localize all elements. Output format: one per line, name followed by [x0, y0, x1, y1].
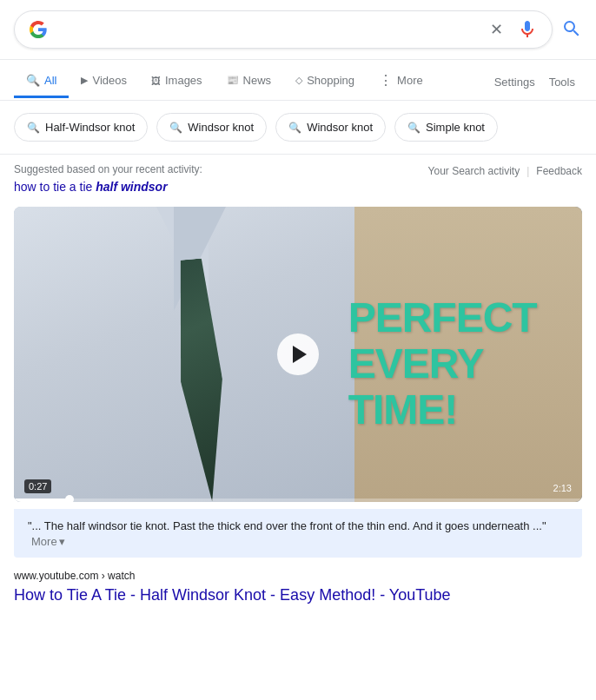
chip-label-1: Windsor knot: [188, 121, 254, 134]
tab-videos[interactable]: ▶ Videos: [69, 65, 139, 98]
tab-images[interactable]: 🖼 Images: [139, 65, 215, 98]
search-input-wrapper[interactable]: how to tie a tie ✕: [14, 10, 553, 49]
clear-search-button[interactable]: ✕: [485, 18, 508, 41]
suggestion-left: Suggested based on your recent activity:…: [14, 163, 428, 195]
chip-search-icon-0: 🔍: [27, 122, 40, 134]
chip-label-0: Half-Windsor knot: [45, 121, 135, 134]
tab-all-label: All: [44, 74, 56, 87]
search-input[interactable]: how to tie a tie: [56, 22, 476, 37]
video-container[interactable]: PERFECTEVERYTIME! 0:27 2:13: [14, 207, 582, 502]
your-search-activity-link[interactable]: Your Search activity: [428, 165, 520, 177]
tab-news-label: News: [243, 74, 272, 87]
play-triangle-icon: [293, 346, 307, 363]
video-progress-thumb: [65, 495, 74, 502]
chip-search-icon-1: 🔍: [169, 122, 182, 134]
suggestion-link-bold: half windsor: [96, 180, 167, 194]
more-icon: ⋮: [379, 72, 393, 89]
chip-windsor-1[interactable]: 🔍 Windsor knot: [156, 113, 267, 142]
tab-images-label: Images: [165, 74, 202, 87]
video-duration: 2:13: [553, 483, 572, 493]
suggestion-banner: Suggested based on your recent activity:…: [0, 155, 596, 200]
tab-more[interactable]: ⋮ More: [367, 63, 435, 100]
tab-videos-label: Videos: [92, 74, 127, 87]
google-logo-icon: [29, 20, 48, 39]
search-icon: [561, 18, 582, 39]
chip-search-icon-3: 🔍: [407, 122, 421, 134]
feedback-link[interactable]: Feedback: [536, 165, 582, 177]
shopping-icon: ◇: [295, 75, 302, 86]
tab-news[interactable]: 📰 News: [215, 65, 284, 98]
videos-icon: ▶: [81, 75, 88, 86]
chip-label-2: Windsor knot: [307, 121, 373, 134]
chip-simple-knot[interactable]: 🔍 Simple knot: [394, 113, 498, 142]
chips-container: 🔍 Half-Windsor knot 🔍 Windsor knot 🔍 Win…: [0, 101, 596, 155]
video-progress-fill: [14, 499, 70, 502]
suggestion-divider: |: [526, 165, 529, 177]
play-button[interactable]: [277, 333, 319, 375]
nav-tabs: 🔍 All ▶ Videos 🖼 Images 📰 News ◇ Shoppin…: [0, 60, 596, 101]
suggestion-link[interactable]: how to tie a tie half windsor: [14, 180, 168, 194]
search-submit-button[interactable]: [561, 18, 582, 42]
tab-shopping-label: Shopping: [307, 74, 354, 87]
tab-more-label: More: [397, 74, 423, 87]
perfect-text: PERFECTEVERYTIME!: [348, 295, 537, 433]
tab-shopping[interactable]: ◇ Shopping: [283, 65, 367, 98]
chip-label-3: Simple knot: [426, 121, 485, 134]
images-icon: 🖼: [151, 76, 161, 86]
chevron-down-icon: ▾: [59, 535, 65, 548]
video-time-badge: 0:27: [24, 479, 51, 493]
chip-windsor-2[interactable]: 🔍 Windsor knot: [275, 113, 386, 142]
suggestion-label: Suggested based on your recent activity:: [14, 163, 428, 175]
news-icon: 📰: [227, 75, 239, 86]
tab-all[interactable]: 🔍 All: [14, 65, 69, 98]
chip-half-windsor[interactable]: 🔍 Half-Windsor knot: [14, 113, 148, 142]
video-caption: "... The half windsor tie knot. Past the…: [14, 509, 582, 558]
search-bar: how to tie a tie ✕: [0, 0, 596, 60]
video-caption-more-link[interactable]: More ▾: [31, 535, 65, 548]
video-caption-text: "... The half windsor tie knot. Past the…: [28, 519, 546, 532]
mic-icon[interactable]: [517, 19, 538, 40]
chip-search-icon-2: 🔍: [288, 122, 301, 134]
result-title[interactable]: How to Tie A Tie - Half Windsor Knot - E…: [14, 586, 451, 604]
suggestion-link-prefix: how to tie a tie: [14, 180, 96, 194]
search-result: www.youtube.com › watch How to Tie A Tie…: [0, 558, 596, 612]
tools-link[interactable]: Tools: [542, 67, 582, 97]
more-label: More: [31, 535, 57, 548]
result-url: www.youtube.com › watch: [14, 570, 582, 582]
video-thumbnail: PERFECTEVERYTIME! 0:27 2:13: [14, 207, 582, 502]
suggestion-right: Your Search activity | Feedback: [428, 165, 582, 177]
all-icon: 🔍: [26, 74, 40, 87]
settings-link[interactable]: Settings: [487, 67, 542, 97]
video-progress-bar[interactable]: [14, 499, 582, 502]
